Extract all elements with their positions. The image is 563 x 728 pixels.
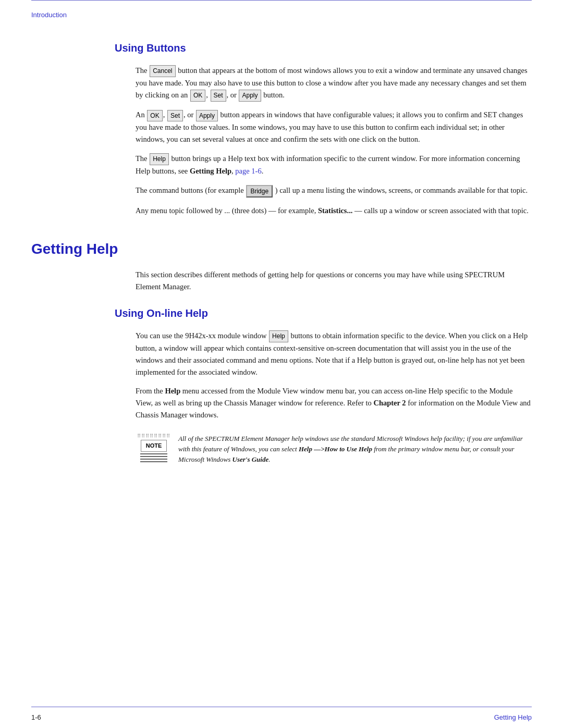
note-icon-area: ⠿⠿⠿⠿⠿⠿⠿⠿ NOTE: [136, 434, 172, 464]
buttons-para-2: An OK, Set, or Apply button appears in w…: [136, 109, 532, 145]
getting-help-intro: This section describes different methods…: [136, 269, 532, 293]
note-dots-icon: ⠿⠿⠿⠿⠿⠿⠿⠿: [137, 434, 170, 439]
cancel-button-inline: Cancel: [150, 65, 175, 77]
online-help-subsection: Using On-line Help You can use the 9H42x…: [31, 305, 532, 465]
online-help-para-1: You can use the 9H42x-xx module window H…: [136, 330, 532, 378]
note-box: ⠿⠿⠿⠿⠿⠿⠿⠿ NOTE All of the SPECTRUM Elemen…: [136, 434, 532, 465]
content-area: Using Buttons The Cancel button that app…: [0, 30, 563, 696]
footer-section-title: Getting Help: [494, 712, 532, 723]
online-help-para-2: From the Help menu accessed from the Mod…: [136, 385, 532, 421]
breadcrumb-link[interactable]: Introduction: [31, 11, 67, 19]
buttons-para-3: The Help button brings up a Help text bo…: [136, 153, 532, 177]
chapter-2-bold: Chapter 2: [373, 399, 406, 407]
buttons-para-4: The command buttons (for example Bridge …: [136, 184, 532, 198]
top-rule: [31, 0, 532, 5]
help-menu-bold: Help: [165, 387, 180, 395]
buttons-para-1: The Cancel button that appears at the bo…: [136, 65, 532, 102]
apply-button-inline-1: Apply: [239, 90, 261, 102]
getting-help-heading: Getting Help: [31, 238, 532, 260]
ok-button-inline-1: OK: [190, 90, 205, 102]
page-footer: 1-6 Getting Help: [31, 707, 532, 728]
footer-page-number: 1-6: [31, 712, 41, 723]
online-help-heading: Using On-line Help: [115, 305, 532, 322]
buttons-para-5: Any menu topic followed by ... (three do…: [136, 205, 532, 217]
page-container: Introduction Using Buttons The Cancel bu…: [0, 0, 563, 728]
apply-button-inline-2: Apply: [196, 110, 218, 122]
ok-button-inline-2: OK: [147, 110, 162, 122]
note-lines-decoration: [140, 453, 167, 464]
statistics-bold: Statistics...: [318, 206, 352, 215]
using-buttons-heading: Using Buttons: [115, 40, 532, 56]
getting-help-bold-ref: Getting Help: [190, 167, 231, 175]
bridge-button-inline: Bridge: [246, 185, 273, 198]
help-button-inline-2: Help: [269, 330, 288, 342]
note-label: NOTE: [141, 440, 167, 452]
page-1-6-link[interactable]: page 1-6: [235, 167, 261, 175]
set-button-inline-2: Set: [167, 110, 183, 122]
breadcrumb: Introduction: [31, 5, 532, 30]
using-buttons-section: Using Buttons The Cancel button that app…: [31, 40, 532, 217]
note-text: All of the SPECTRUM Element Manager help…: [172, 434, 532, 465]
getting-help-section: Getting Help This section describes diff…: [31, 238, 532, 465]
help-button-inline-1: Help: [150, 153, 169, 165]
set-button-inline-1: Set: [211, 90, 226, 102]
